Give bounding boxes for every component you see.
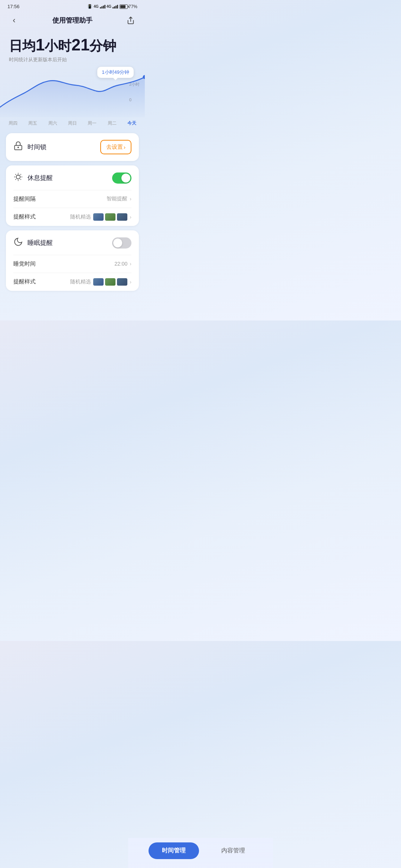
sleep-time-value-text: 22:00 (114, 261, 127, 267)
setup-btn-chevron: › (124, 144, 125, 150)
sleep-toggle-knob (113, 239, 122, 247)
rest-label: 休息提醒 (27, 174, 53, 182)
setup-button[interactable]: 去设置 › (100, 140, 131, 154)
sleep-thumbnail-3 (117, 278, 127, 286)
style-thumbnails (93, 213, 127, 221)
sleep-thumbnail-1 (93, 278, 104, 286)
sleep-style-thumbnails (93, 278, 127, 286)
chart-container (0, 69, 145, 117)
status-bar: 17:56 📳 4G 4G 77% (0, 0, 145, 11)
sleep-style-row[interactable]: 提醒样式 随机精选 › (6, 273, 139, 291)
svg-point-3 (18, 147, 19, 148)
signal-bars-1 (100, 5, 105, 9)
chart-section: 1小时49分钟 2小时 0 周四 周五 周六 周日 周一 周二 今天 (0, 63, 145, 126)
style-value-text: 随机精选 (70, 214, 91, 220)
rest-icon (13, 172, 23, 184)
day-fri: 周五 (28, 120, 37, 126)
interval-row[interactable]: 提醒间隔 智能提醒 › (6, 190, 139, 208)
style-value: 随机精选 › (70, 213, 131, 221)
battery-percent: 77% (128, 4, 137, 9)
style-row[interactable]: 提醒样式 随机精选 › (6, 208, 139, 226)
rest-reminder-card: 休息提醒 提醒间隔 智能提醒 › 提醒样式 随机精选 (6, 165, 139, 226)
vibrate-icon: 📳 (87, 4, 92, 9)
sleep-style-value: 随机精选 › (70, 278, 131, 286)
battery-icon (120, 4, 128, 9)
interval-value-text: 智能提醒 (107, 195, 127, 202)
network-4g-1: 4G (94, 4, 98, 9)
share-button[interactable] (124, 14, 137, 27)
cards-section: 时间锁 去设置 › 休息提醒 (0, 126, 145, 320)
sleep-label: 睡眠提醒 (27, 239, 53, 247)
signal-bars-2 (113, 5, 118, 9)
style-chevron: › (130, 214, 131, 220)
chart-svg (0, 69, 145, 117)
header: ‹ 使用管理助手 (0, 11, 145, 32)
interval-chevron: › (130, 196, 131, 202)
time-lock-icon (13, 141, 23, 153)
sleep-reminder-card: 睡眠提醒 睡觉时间 22:00 › 提醒样式 随机精选 (6, 230, 139, 291)
sleep-thumbnail-2 (105, 278, 115, 286)
time-lock-label: 时间锁 (27, 143, 46, 151)
rest-reminder-toggle[interactable] (112, 172, 131, 184)
sleep-style-text: 随机精选 (70, 279, 91, 285)
sleep-time-value: 22:00 › (114, 261, 131, 267)
back-button[interactable]: ‹ (7, 14, 21, 27)
day-thu: 周四 (9, 120, 17, 126)
status-right: 📳 4G 4G 77% (87, 4, 137, 9)
signal-icons: 📳 4G 4G (87, 4, 118, 9)
style-label: 提醒样式 (13, 213, 36, 220)
day-sat: 周六 (48, 120, 57, 126)
battery-indicator: 77% (120, 4, 137, 9)
network-4g-2: 4G (107, 4, 111, 9)
setup-btn-label: 去设置 (106, 144, 123, 151)
daily-avg-subtitle: 时间统计从更新版本后开始 (9, 56, 136, 63)
interval-label: 提醒间隔 (13, 195, 36, 203)
sleep-style-label: 提醒样式 (13, 278, 36, 285)
rest-left: 休息提醒 (13, 172, 53, 184)
sleep-time-label: 睡觉时间 (13, 260, 36, 267)
sleep-time-chevron: › (130, 261, 131, 267)
time-lock-card: 时间锁 去设置 › (6, 133, 139, 161)
interval-value: 智能提醒 › (107, 195, 131, 202)
thumbnail-3 (117, 213, 127, 221)
rest-main-row: 休息提醒 (6, 165, 139, 190)
day-mon: 周一 (88, 120, 97, 126)
sleep-time-row[interactable]: 睡觉时间 22:00 › (6, 255, 139, 273)
daily-avg-section: 日均1小时21分钟 时间统计从更新版本后开始 (0, 32, 145, 63)
sleep-style-chevron: › (130, 279, 131, 285)
time-lock-left: 时间锁 (13, 141, 46, 153)
sleep-reminder-toggle[interactable] (112, 237, 131, 249)
daily-avg-text: 日均1小时21分钟 (9, 38, 116, 53)
day-tue: 周二 (108, 120, 117, 126)
chart-days: 周四 周五 周六 周日 周一 周二 今天 (0, 117, 145, 126)
sleep-icon (13, 237, 23, 249)
sleep-left: 睡眠提醒 (13, 237, 53, 249)
battery-fill (120, 5, 125, 8)
thumbnail-2 (105, 213, 115, 221)
toggle-knob (121, 174, 130, 183)
page-title: 使用管理助手 (52, 16, 92, 25)
status-time: 17:56 (7, 4, 20, 9)
day-today: 今天 (127, 120, 136, 126)
day-sun: 周日 (68, 120, 77, 126)
sleep-main-row: 睡眠提醒 (6, 230, 139, 255)
daily-avg-title: 日均1小时21分钟 (9, 35, 136, 55)
thumbnail-1 (93, 213, 104, 221)
time-lock-row: 时间锁 去设置 › (6, 133, 139, 161)
